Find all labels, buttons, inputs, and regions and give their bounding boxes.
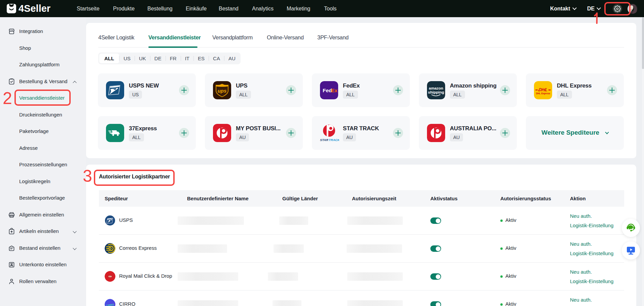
svg-text:Ex: Ex	[331, 88, 337, 93]
svg-text:ups: ups	[218, 88, 227, 94]
svg-text:DHL Express: DHL Express	[536, 92, 550, 95]
svg-text:TRACK: TRACK	[329, 138, 339, 142]
svg-text:DHL: DHL	[538, 87, 548, 92]
svg-text:STAR: STAR	[320, 138, 328, 142]
svg-text:amazon: amazon	[429, 86, 443, 90]
svg-text:shipping: shipping	[428, 90, 444, 94]
svg-text:Fed: Fed	[323, 88, 332, 93]
